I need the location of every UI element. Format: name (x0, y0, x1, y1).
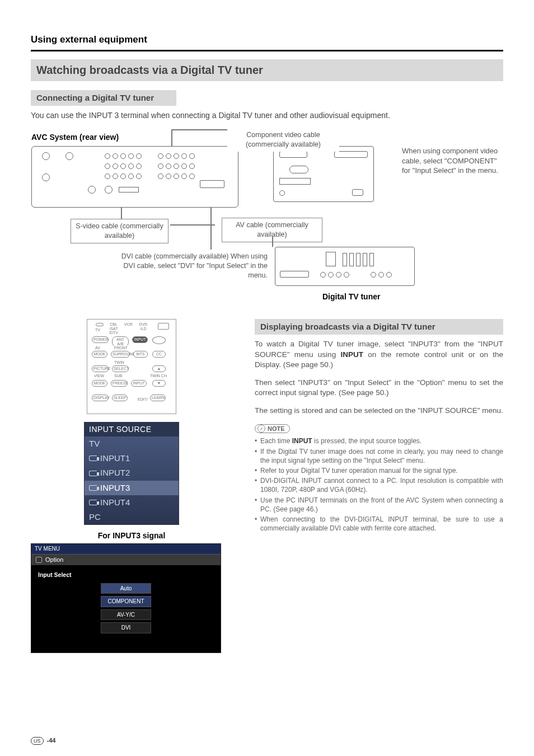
region-badge: US (31, 737, 44, 745)
remote-btn-sleep: SLEEP (112, 395, 128, 401)
caption-input3: For INPUT3 signal (31, 530, 232, 541)
digital-tv-tuner-rear (275, 247, 415, 286)
remote-label-sub: SUB (113, 373, 123, 379)
para-option-menu: Then select "INPUT3" on "Input Select" i… (255, 378, 503, 398)
note-item: Refer to your Digital TV tuner operation… (255, 466, 503, 475)
remote-label-cbl: CBL /SAT /DTV (107, 322, 120, 336)
display-rear-panel (273, 146, 374, 202)
para-select-input3: To watch a Digital TV tuner image, selec… (255, 339, 503, 370)
note-item: If the Digital TV tuner image does not c… (255, 447, 503, 465)
tvmenu-option-component: COMPONENT (101, 596, 151, 607)
remote-label-dvd: DVD /LD (138, 322, 149, 331)
remote-control-diagram: TV CBL /SAT /DTV VCR DVD /LD POWER ANT A… (87, 319, 176, 414)
subsection-displaying: Displaying broadcasts via a Digital TV t… (255, 319, 503, 335)
note-label: NOTE (268, 425, 285, 433)
tvmenu-option-auto: Auto (101, 583, 151, 594)
breadcrumb: Using external equipment (31, 34, 503, 46)
remote-btn-surround: SURROUND (111, 351, 130, 358)
digital-tv-tuner-label: Digital TV tuner (322, 292, 380, 302)
remote-btn-freeze: FREEZE (111, 380, 128, 387)
page-number: -44 (47, 736, 56, 745)
osd-row-label: INPUT2 (100, 467, 130, 478)
remote-btn-mode: MODE (92, 351, 107, 358)
page-footer: US -44 (31, 736, 55, 745)
remote-btn-mode2: MODE (92, 380, 107, 387)
remote-label-edit: EDIT/ (137, 397, 149, 402)
tvmenu-option-av-y-c: AV-Y/C (101, 609, 151, 621)
osd-row-tv: TV (85, 436, 179, 451)
osd-row-label: PC (89, 511, 101, 523)
tvmenu-tab-option: Option (31, 554, 221, 565)
note-badge: NOTE (255, 424, 290, 434)
osd-header: INPUT SOURCE (85, 422, 179, 436)
osd-row-label: INPUT1 (100, 453, 130, 464)
avc-system-rear (31, 146, 238, 208)
remote-label-front: FRONT (113, 345, 129, 351)
plug-icon (89, 471, 97, 476)
remote-label-view: VIEW (93, 373, 105, 379)
remote-btn-learn: LEARN (150, 395, 166, 401)
component-setting-note: When using component video cable, select… (402, 146, 503, 176)
remote-btn-display: DISPLAY (92, 395, 109, 401)
note-item: Use the PC INPUT terminals on the front … (255, 496, 503, 514)
note-item: When connecting to the DVI-DIGITAL INPUT… (255, 515, 503, 533)
input-source-osd: INPUT SOURCE TVINPUT1INPUT2INPUT3INPUT4P… (84, 422, 179, 525)
remote-label-tv: TV (94, 327, 101, 333)
note-item: Each time INPUT is pressed, the input so… (255, 436, 503, 445)
note-item: DVI-DIGITAL INPUT cannot connect to a PC… (255, 476, 503, 494)
osd-row-pc: PC (85, 510, 179, 524)
osd-row-input4: INPUT4 (85, 495, 179, 510)
remote-label-twinch: TWIN CH (149, 373, 168, 379)
remote-btn-mts: MTS (133, 351, 148, 358)
osd-row-input3: INPUT3 (85, 481, 179, 495)
gear-icon (36, 557, 42, 563)
remote-label-vcr: VCR (123, 322, 134, 327)
notes-list: Each time INPUT is pressed, the input so… (255, 436, 503, 533)
tv-menu-osd: TV MENU Option Input Select AutoCOMPONEN… (31, 543, 221, 653)
tvmenu-option-dvi: DVI (101, 622, 151, 633)
tvmenu-label-input-select: Input Select (38, 571, 214, 579)
remote-btn-input2: INPUT (131, 380, 147, 387)
remote-btn-cc: CC (152, 351, 166, 358)
plug-icon (89, 485, 97, 491)
intro-text: You can use the INPUT 3 terminal when co… (31, 110, 503, 121)
connection-diagram: AVC System (rear view) Component video c… (31, 129, 503, 313)
plug-icon (89, 456, 97, 461)
remote-btn-select: SELECT (112, 365, 129, 372)
page-title-bar: Watching broadcasts via a Digital TV tun… (31, 59, 503, 81)
divider (31, 50, 503, 51)
osd-row-label: INPUT3 (100, 482, 130, 494)
plug-icon (89, 500, 97, 505)
remote-label-av: AV (94, 345, 101, 351)
note-icon (257, 425, 265, 433)
dvi-cable-caption: DVI cable (commercially available) When … (115, 250, 272, 283)
osd-row-label: TV (89, 438, 100, 449)
avc-label: AVC System (rear view) (31, 132, 119, 143)
subsection-connecting: Connecting a Digital TV tuner (31, 90, 176, 106)
osd-row-input2: INPUT2 (85, 466, 179, 480)
osd-row-label: INPUT4 (100, 497, 130, 508)
tvmenu-tab-label: Option (45, 556, 63, 564)
svideo-cable-caption: S-video cable (commercially available) (71, 219, 168, 243)
remote-label-twin: TWIN (113, 360, 125, 365)
remote-btn-picture: PICTURE (92, 365, 109, 372)
remote-btn-input: INPUT (132, 336, 148, 343)
osd-row-input1: INPUT1 (85, 451, 179, 466)
para-setting-stored: The setting is stored and can be selecte… (255, 406, 503, 416)
component-cable-caption: Component video cable (commercially avai… (227, 128, 339, 152)
tvmenu-title: TV MENU (31, 544, 221, 554)
remote-btn-power: POWER (92, 336, 109, 343)
